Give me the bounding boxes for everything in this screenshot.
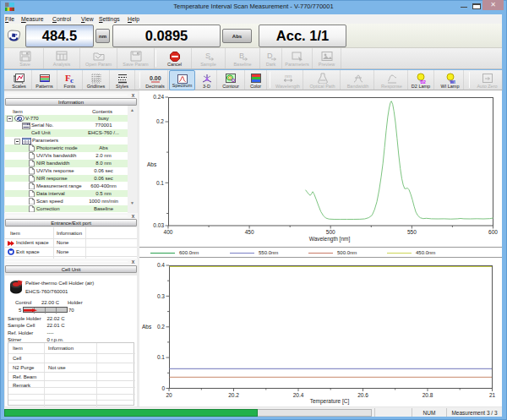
svg-text:0.3: 0.3 [157,292,165,298]
svg-text:Temperature [C]: Temperature [C] [310,398,350,405]
svg-text:0.2: 0.2 [157,324,165,330]
svg-text:0.1: 0.1 [156,180,164,186]
svg-text:20.4: 20.4 [293,391,304,397]
svg-text:Abs: Abs [142,324,152,330]
svg-text:600: 600 [488,229,498,235]
svg-text:0.03: 0.03 [153,222,164,228]
svg-text:Wavelength [nm]: Wavelength [nm] [309,236,351,243]
svg-text:20.6: 20.6 [357,391,368,397]
svg-text:20.2: 20.2 [228,391,239,397]
svg-text:500: 500 [326,229,335,235]
svg-text:Abs: Abs [147,161,157,167]
svg-text:0.00: 0.00 [150,75,161,81]
svg-text:nm: nm [285,74,292,79]
svg-text:450: 450 [245,229,254,235]
svg-text:400: 400 [164,229,173,235]
svg-text:0.4: 0.4 [157,262,165,268]
svg-text:c: c [70,76,74,84]
svg-text:20.8: 20.8 [422,391,433,397]
svg-text:0.1: 0.1 [157,354,165,360]
svg-text:20: 20 [166,391,172,397]
svg-text:0: 0 [161,385,165,390]
svg-text:550: 550 [407,229,417,235]
svg-text:21: 21 [489,391,496,397]
svg-text:0.24: 0.24 [153,94,164,100]
svg-text:0.2: 0.2 [156,118,164,124]
